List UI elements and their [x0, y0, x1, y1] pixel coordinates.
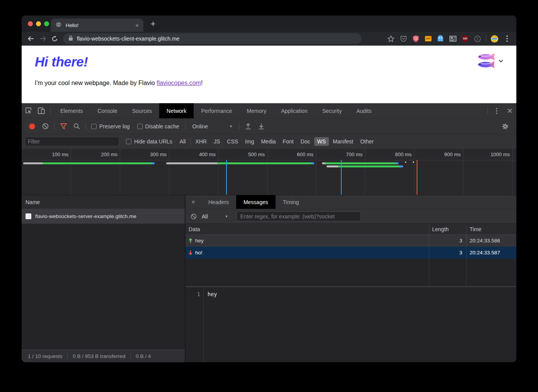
tab-performance[interactable]: Performance: [194, 103, 239, 118]
ghostery-extension-icon[interactable]: [436, 35, 444, 43]
tab-console[interactable]: Console: [90, 103, 124, 118]
timeline-gridline: [512, 149, 512, 195]
back-button[interactable]: [25, 33, 37, 44]
profile-avatar[interactable]: [490, 35, 499, 43]
flaviocopes-link[interactable]: flaviocopes.com: [157, 80, 201, 86]
glitch-fish-button[interactable]: [477, 53, 503, 70]
import-har-icon[interactable]: [242, 119, 255, 134]
toolbar-separator: [85, 123, 86, 130]
toolbar-separator: [487, 107, 488, 114]
record-button[interactable]: [29, 124, 35, 129]
timeline-tick-label: 200 ms: [101, 152, 120, 157]
page-paragraph: I'm your cool new webpage. Made by Flavi…: [35, 80, 203, 87]
close-window-button[interactable]: [28, 21, 33, 26]
filter-type-js[interactable]: JS: [211, 137, 223, 146]
websocket-detail-panel: × Headers Messages Timing All ▼: [186, 195, 516, 362]
reload-button[interactable]: [49, 33, 61, 44]
timeline-gridline: [120, 149, 120, 195]
overview-divider: [22, 160, 516, 160]
requests-name-header[interactable]: Name: [22, 195, 185, 209]
column-header-time[interactable]: Time: [466, 226, 516, 232]
direction-filter-caret-icon[interactable]: ▼: [225, 215, 228, 218]
hide-data-urls-checkbox[interactable]: [126, 139, 131, 144]
minimize-window-button[interactable]: [36, 21, 41, 26]
new-tab-button[interactable]: +: [146, 17, 160, 31]
filter-type-xhr[interactable]: XHR: [192, 137, 210, 146]
tab-application[interactable]: Application: [274, 103, 315, 118]
pocket-extension-icon[interactable]: [399, 35, 407, 43]
device-toolbar-icon[interactable]: [35, 103, 48, 118]
message-row-sent[interactable]: hey 3 20:24:33.586: [186, 235, 516, 247]
waterfall-bar: [322, 162, 398, 164]
filter-type-font[interactable]: Font: [280, 137, 297, 146]
hide-data-urls-label: Hide data URLs: [134, 138, 172, 145]
messages-filter-bar: All ▼: [186, 209, 516, 224]
tab-elements[interactable]: Elements: [53, 103, 90, 118]
filter-funnel-icon[interactable]: [57, 119, 70, 134]
export-har-icon[interactable]: [255, 119, 268, 134]
filter-type-css[interactable]: CSS: [224, 137, 241, 146]
timeline-tick-label: 500 ms: [248, 152, 267, 157]
disable-cache-checkbox[interactable]: [137, 124, 143, 129]
zoom-window-button[interactable]: [44, 21, 49, 26]
tab-audits[interactable]: Audits: [349, 103, 379, 118]
newspaper-extension-icon[interactable]: [449, 35, 457, 43]
tab-sources[interactable]: Sources: [125, 103, 159, 118]
network-overview[interactable]: 100 ms200 ms300 ms400 ms500 ms600 ms700 …: [22, 149, 516, 195]
clear-icon[interactable]: [39, 119, 52, 134]
message-preview-content[interactable]: hey: [204, 287, 217, 362]
tab-network[interactable]: Network: [159, 103, 194, 118]
column-header-data[interactable]: Data: [186, 226, 429, 232]
tab-memory[interactable]: Memory: [240, 103, 274, 118]
direction-filter-select[interactable]: All: [202, 213, 208, 220]
clear-messages-icon[interactable]: [186, 209, 202, 223]
page-heading: Hi there!: [35, 54, 88, 70]
status-separator: [130, 353, 131, 359]
filter-type-all[interactable]: All: [177, 137, 189, 146]
filter-type-doc[interactable]: Doc: [298, 137, 313, 146]
disable-cache-label: Disable cache: [145, 123, 179, 130]
filter-type-img[interactable]: Img: [242, 137, 257, 146]
settings-gear-icon[interactable]: [499, 119, 512, 134]
inspect-element-icon[interactable]: [22, 103, 35, 118]
tab-headers[interactable]: Headers: [201, 195, 236, 209]
analytics-extension-icon[interactable]: [424, 35, 432, 43]
search-icon[interactable]: [70, 119, 83, 134]
browser-toolbar: flavio-websockets-client-example.glitch.…: [22, 32, 516, 46]
devtools-menu-kebab-icon[interactable]: [490, 103, 503, 118]
browser-menu-kebab-icon[interactable]: [503, 35, 511, 43]
glitch-fish-icon: [477, 53, 497, 70]
address-bar[interactable]: flavio-websockets-client-example.glitch.…: [63, 33, 361, 44]
tab-security[interactable]: Security: [315, 103, 349, 118]
column-header-length[interactable]: Length: [429, 226, 466, 232]
message-regex-input[interactable]: [237, 211, 361, 221]
preserve-log-checkbox[interactable]: [91, 124, 97, 129]
privacy-badger-extension-icon[interactable]: [412, 35, 420, 43]
close-detail-icon[interactable]: ×: [186, 199, 201, 206]
request-row[interactable]: flavio-websockets-server-example.glitch.…: [22, 209, 185, 224]
filter-type-media[interactable]: Media: [258, 137, 279, 146]
throttling-select[interactable]: Online: [192, 123, 208, 130]
load-event-line: [226, 160, 227, 195]
filter-type-other[interactable]: Other: [357, 137, 377, 146]
lock-icon: [68, 35, 73, 42]
info-extension-icon[interactable]: [473, 35, 482, 43]
timeline-gridline: [365, 149, 365, 195]
toolbar-separator: [50, 107, 51, 114]
bookmark-star-icon[interactable]: [387, 35, 395, 43]
filter-input[interactable]: [25, 137, 119, 146]
filter-type-ws[interactable]: WS: [314, 137, 329, 146]
browser-tab[interactable]: Hello! ×: [51, 19, 143, 32]
tab-messages[interactable]: Messages: [236, 195, 276, 209]
ublock-extension-icon[interactable]: UO: [461, 35, 469, 43]
filter-type-manifest[interactable]: Manifest: [330, 137, 356, 146]
message-row-received[interactable]: ho! 3 20:24:33.587: [186, 247, 516, 259]
forward-button[interactable]: [37, 33, 49, 44]
tab-close-icon[interactable]: ×: [135, 22, 139, 29]
paragraph-text: I'm your cool new webpage. Made by Flavi…: [35, 80, 157, 86]
devtools-close-icon[interactable]: ✕: [503, 103, 516, 118]
column-separator: [466, 224, 466, 286]
throttling-caret-icon[interactable]: ▼: [229, 124, 233, 128]
toolbar-separator: [239, 123, 239, 130]
tab-timing[interactable]: Timing: [276, 195, 306, 209]
